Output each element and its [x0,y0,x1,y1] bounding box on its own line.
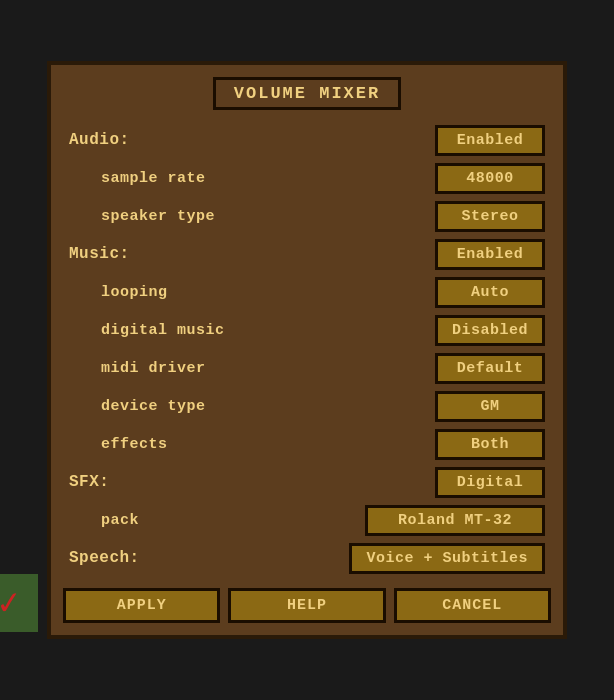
checkmark-icon: ✓ [0,580,22,626]
speaker-type-row: speaker type Stereo [69,200,545,232]
pack-button[interactable]: Roland MT-32 [365,505,545,536]
midi-driver-row: midi driver Default [69,352,545,384]
digital-music-row: digital music Disabled [69,314,545,346]
sfx-button[interactable]: Digital [435,467,545,498]
looping-button[interactable]: Auto [435,277,545,308]
audio-label: Audio: [69,131,130,149]
digital-music-label: digital music [101,322,225,339]
sample-rate-row: sample rate 48000 [69,162,545,194]
effects-button[interactable]: Both [435,429,545,460]
music-row: Music: Enabled [69,238,545,270]
cancel-button[interactable]: CANCEL [394,588,551,623]
sample-rate-label: sample rate [101,170,206,187]
music-label: Music: [69,245,130,263]
speaker-type-label: speaker type [101,208,215,225]
speaker-type-button[interactable]: Stereo [435,201,545,232]
help-button[interactable]: HELP [228,588,385,623]
looping-row: looping Auto [69,276,545,308]
device-type-label: device type [101,398,206,415]
music-enabled-button[interactable]: Enabled [435,239,545,270]
midi-driver-label: midi driver [101,360,206,377]
sfx-row: SFX: Digital [69,466,545,498]
bottom-buttons: APPLY HELP CANCEL [63,588,551,623]
panel-title: VOLUME MIXER [213,77,401,110]
looping-label: looping [101,284,168,301]
speech-button[interactable]: Voice + Subtitles [349,543,545,574]
pack-label: pack [101,512,139,529]
title-bar: VOLUME MIXER [63,77,551,110]
speech-row: Speech: Voice + Subtitles [69,542,545,574]
device-type-row: device type GM [69,390,545,422]
digital-music-button[interactable]: Disabled [435,315,545,346]
settings-grid: Audio: Enabled sample rate 48000 speaker… [63,124,551,574]
speech-label: Speech: [69,549,140,567]
checkbox-area[interactable]: ✓ [0,571,41,635]
midi-driver-button[interactable]: Default [435,353,545,384]
effects-row: effects Both [69,428,545,460]
apply-button[interactable]: APPLY [63,588,220,623]
pack-row: pack Roland MT-32 [69,504,545,536]
audio-enabled-button[interactable]: Enabled [435,125,545,156]
effects-label: effects [101,436,168,453]
volume-mixer-panel: VOLUME MIXER Audio: Enabled sample rate … [47,61,567,639]
audio-row: Audio: Enabled [69,124,545,156]
sample-rate-button[interactable]: 48000 [435,163,545,194]
device-type-button[interactable]: GM [435,391,545,422]
sfx-label: SFX: [69,473,109,491]
